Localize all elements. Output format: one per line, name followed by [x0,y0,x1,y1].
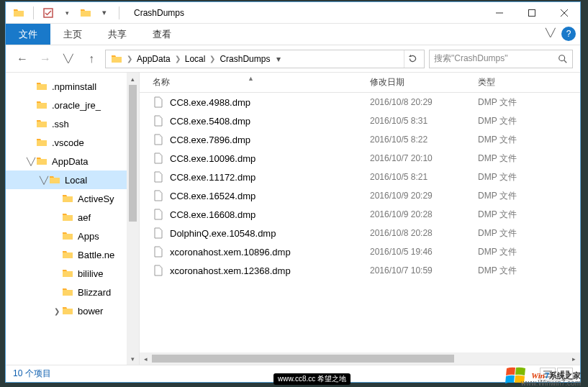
address-dropdown-icon[interactable]: ▾ [272,54,285,64]
qat-separator [33,6,34,19]
tree-item[interactable]: ActiveSy [6,189,139,208]
window-title: CrashDumps [128,8,483,18]
tab-home[interactable]: 主页 [50,24,95,45]
scroll-down-icon[interactable]: ▾ [127,352,139,365]
horizontal-scrollbar[interactable]: ◂ ▸ [140,352,580,365]
breadcrumb[interactable]: AppData [135,54,173,64]
vertical-scrollbar[interactable]: ▴▾ [127,73,139,365]
tree-item-label: .ssh [52,119,69,129]
tab-view[interactable]: 查看 [140,24,184,45]
column-type[interactable]: 类型 [478,76,580,88]
file-date: 2016/10/5 8:31 [370,116,478,126]
file-row[interactable]: xcoronahost.xem.12368.dmp2016/10/7 10:59… [140,261,580,280]
chevron-right-icon[interactable]: ❯ [52,307,62,315]
tree-item[interactable]: Battle.ne [6,245,139,264]
column-headers: 名称 ▲ 修改日期 类型 [140,73,580,93]
file-row[interactable]: CC8.exe.16608.dmp2016/10/9 20:28DMP 文件 [140,205,580,224]
minimize-button[interactable] [483,2,515,23]
search-input[interactable]: 搜索"CrashDumps" [429,50,573,68]
nav-recent-dropdown[interactable]: ╲╱ [59,50,78,68]
close-button[interactable] [548,2,580,23]
qat-dropdown-icon[interactable]: ▾ [60,6,74,20]
explorer-window: ▾ ▾ CrashDumps 文件 主页 共享 查看 ╲╱ ? ← [5,1,581,383]
tree-item-label: aef [78,212,91,223]
tree-item-label: .oracle_jre_ [52,100,101,111]
file-date: 2016/10/8 20:28 [370,228,478,238]
tab-share[interactable]: 共享 [95,24,140,45]
tree-item-label: Blizzard [78,287,111,298]
chevron-down-icon[interactable]: ╲╱ [39,176,49,184]
tree-item[interactable]: ╲╱AppData [6,152,139,170]
file-row[interactable]: CC8.exe.10096.dmp2016/10/7 20:10DMP 文件 [140,149,580,168]
tree-item[interactable]: Apps [6,227,139,245]
file-row[interactable]: CC8.exe.5408.dmp2016/10/5 8:31DMP 文件 [140,111,580,130]
tab-file[interactable]: 文件 [6,24,50,45]
chevron-right-icon[interactable]: ❯ [207,55,217,63]
file-type: DMP 文件 [478,190,580,202]
nav-forward-button[interactable]: → [36,50,55,68]
breadcrumb-root[interactable] [109,53,125,65]
file-type: DMP 文件 [478,96,580,109]
tree-item-label: bililive [78,268,103,279]
nav-up-button[interactable]: ↑ [82,50,101,68]
qat-overflow-icon[interactable]: ▾ [97,6,112,20]
file-row[interactable]: CC8.exe.16524.dmp2016/10/9 20:29DMP 文件 [140,186,580,205]
file-date: 2016/10/7 20:10 [370,153,478,163]
file-name: CC8.exe.4988.dmp [170,97,250,108]
file-row[interactable]: CC8.exe.4988.dmp2016/10/8 20:29DMP 文件 [140,93,580,111]
address-bar: ← → ╲╱ ↑ ❯ AppData ❯ Local ❯ CrashDumps … [6,45,580,73]
file-row[interactable]: xcoronahost.xem.10896.dmp2016/10/5 19:46… [140,242,580,261]
ribbon: 文件 主页 共享 查看 ╲╱ ? [6,24,580,45]
file-date: 2016/10/5 8:22 [370,135,478,145]
tree-item[interactable]: bililive [6,264,139,283]
file-date: 2016/10/8 20:29 [370,97,478,107]
tree-item[interactable]: .vscode [6,133,139,152]
file-name: CC8.exe.10096.dmp [170,153,255,164]
refresh-icon[interactable] [404,50,421,68]
tree-item[interactable]: ❯bower [6,301,139,320]
scroll-thumb[interactable] [152,355,454,363]
scroll-right-icon[interactable]: ▸ [568,355,580,363]
tree-item-label: Apps [78,231,99,242]
file-row[interactable]: CC8.exe.11172.dmp2016/10/5 8:21DMP 文件 [140,168,580,186]
breadcrumb[interactable]: Local [183,54,208,64]
chevron-right-icon[interactable]: ❯ [173,55,183,63]
search-placeholder: 搜索"CrashDumps" [434,53,508,65]
file-row[interactable]: CC8.exe.7896.dmp2016/10/5 8:22DMP 文件 [140,130,580,149]
folder-icon [12,6,26,20]
titlebar: ▾ ▾ CrashDumps [6,2,580,24]
ribbon-expand-icon[interactable]: ╲╱ [546,28,556,37]
chevron-right-icon[interactable]: ❯ [125,55,135,63]
scroll-up-icon[interactable]: ▴ [127,73,139,85]
breadcrumb[interactable]: CrashDumps [217,54,272,64]
file-name: CC8.exe.7896.dmp [170,135,250,145]
search-icon[interactable] [558,54,568,64]
quick-access-toolbar: ▾ ▾ [6,6,128,20]
maximize-button[interactable] [515,2,548,23]
column-date[interactable]: 修改日期 [370,76,478,88]
file-row[interactable]: DolphinQ.exe.10548.dmp2016/10/8 20:28DMP… [140,224,580,242]
file-date: 2016/10/7 10:59 [370,265,478,276]
help-icon[interactable]: ? [561,27,576,41]
tree-item[interactable]: aef [6,208,139,227]
address-box[interactable]: ❯ AppData ❯ Local ❯ CrashDumps ▾ [105,50,425,68]
chevron-down-icon[interactable]: ╲╱ [26,158,36,165]
nav-tree[interactable]: .npminstall.oracle_jre_.ssh.vscode╲╱AppD… [6,73,140,365]
file-name: DolphinQ.exe.10548.dmp [170,228,276,239]
scroll-thumb[interactable] [129,85,137,222]
file-type: DMP 文件 [478,134,580,146]
file-rows: CC8.exe.4988.dmp2016/10/8 20:29DMP 文件CC8… [140,93,580,352]
scroll-left-icon[interactable]: ◂ [140,355,152,363]
source-badge: www.cc8.cc 希望之地 [273,373,350,385]
file-date: 2016/10/9 20:28 [370,209,478,219]
tree-item[interactable]: .oracle_jre_ [6,96,139,114]
nav-back-button[interactable]: ← [13,50,32,68]
file-date: 2016/10/5 19:46 [370,247,478,257]
tree-item[interactable]: .npminstall [6,77,139,96]
tree-item[interactable]: Blizzard [6,283,139,301]
tree-item[interactable]: .ssh [6,114,139,133]
tree-item[interactable]: ╲╱Local [6,170,139,189]
svg-rect-1 [528,9,535,16]
column-name[interactable]: 名称 ▲ [140,76,370,88]
properties-icon[interactable] [41,6,55,20]
